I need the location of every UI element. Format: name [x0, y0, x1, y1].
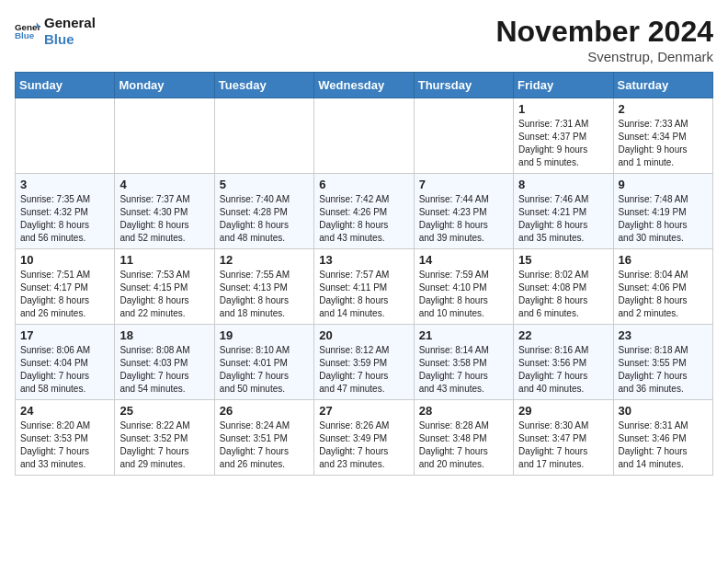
day-number: 27 [319, 404, 408, 418]
day-info: Sunrise: 8:30 AM Sunset: 3:47 PM Dayligh… [518, 419, 608, 471]
weekday-header: Saturday [613, 73, 712, 98]
day-number: 5 [220, 178, 309, 191]
day-info: Sunrise: 7:57 AM Sunset: 4:11 PM Dayligh… [319, 269, 408, 320]
logo-general: General [44, 15, 96, 30]
calendar-table: SundayMondayTuesdayWednesdayThursdayFrid… [15, 72, 713, 476]
day-info: Sunrise: 7:48 AM Sunset: 4:19 PM Dayligh… [619, 193, 708, 245]
calendar-week-row: 24Sunrise: 8:20 AM Sunset: 3:53 PM Dayli… [16, 400, 713, 476]
day-info: Sunrise: 8:02 AM Sunset: 4:08 PM Dayligh… [518, 269, 608, 320]
day-number: 16 [619, 253, 708, 267]
calendar-cell: 17Sunrise: 8:06 AM Sunset: 4:04 PM Dayli… [16, 325, 115, 400]
calendar-cell: 2Sunrise: 7:33 AM Sunset: 4:34 PM Daylig… [613, 98, 712, 174]
day-number: 25 [119, 404, 209, 418]
calendar-cell: 12Sunrise: 7:55 AM Sunset: 4:13 PM Dayli… [214, 249, 313, 325]
day-number: 21 [419, 328, 508, 342]
day-number: 14 [419, 253, 508, 267]
day-number: 28 [419, 404, 508, 418]
calendar-cell: 13Sunrise: 7:57 AM Sunset: 4:11 PM Dayli… [314, 249, 414, 325]
calendar-week-row: 1Sunrise: 7:31 AM Sunset: 4:37 PM Daylig… [16, 98, 713, 174]
day-info: Sunrise: 7:40 AM Sunset: 4:28 PM Dayligh… [220, 193, 309, 245]
day-number: 23 [619, 328, 708, 342]
calendar-cell [314, 98, 414, 174]
day-number: 18 [119, 328, 209, 342]
calendar-cell: 28Sunrise: 8:28 AM Sunset: 3:48 PM Dayli… [414, 400, 513, 476]
logo-blue: Blue [44, 31, 74, 47]
day-number: 4 [119, 178, 209, 191]
day-number: 20 [319, 328, 408, 342]
calendar-cell: 24Sunrise: 8:20 AM Sunset: 3:53 PM Dayli… [16, 400, 115, 476]
calendar-cell: 8Sunrise: 7:46 AM Sunset: 4:21 PM Daylig… [514, 174, 613, 249]
day-info: Sunrise: 7:46 AM Sunset: 4:21 PM Dayligh… [518, 193, 608, 245]
day-number: 19 [220, 328, 309, 342]
calendar-week-row: 17Sunrise: 8:06 AM Sunset: 4:04 PM Dayli… [16, 325, 713, 400]
calendar-cell: 16Sunrise: 8:04 AM Sunset: 4:06 PM Dayli… [613, 249, 712, 325]
calendar-cell [16, 98, 115, 174]
calendar-cell: 30Sunrise: 8:31 AM Sunset: 3:46 PM Dayli… [613, 400, 712, 476]
calendar-week-row: 10Sunrise: 7:51 AM Sunset: 4:17 PM Dayli… [16, 249, 713, 325]
day-info: Sunrise: 8:18 AM Sunset: 3:55 PM Dayligh… [619, 344, 708, 396]
day-info: Sunrise: 8:26 AM Sunset: 3:49 PM Dayligh… [319, 419, 408, 471]
weekday-header: Tuesday [214, 73, 313, 98]
day-number: 6 [319, 178, 408, 191]
day-number: 2 [619, 102, 708, 116]
logo-icon: General Blue [15, 18, 40, 44]
location-subtitle: Svenstrup, Denmark [495, 49, 713, 64]
calendar-cell: 15Sunrise: 8:02 AM Sunset: 4:08 PM Dayli… [514, 249, 613, 325]
day-info: Sunrise: 7:59 AM Sunset: 4:10 PM Dayligh… [419, 269, 508, 320]
day-number: 15 [518, 253, 608, 267]
calendar-cell: 7Sunrise: 7:44 AM Sunset: 4:23 PM Daylig… [414, 174, 513, 249]
day-info: Sunrise: 8:31 AM Sunset: 3:46 PM Dayligh… [619, 419, 708, 471]
calendar-cell [115, 98, 214, 174]
calendar-week-row: 3Sunrise: 7:35 AM Sunset: 4:32 PM Daylig… [16, 174, 713, 249]
weekday-header: Wednesday [314, 73, 414, 98]
day-number: 12 [220, 253, 309, 267]
day-info: Sunrise: 8:16 AM Sunset: 3:56 PM Dayligh… [518, 344, 608, 396]
day-info: Sunrise: 7:35 AM Sunset: 4:32 PM Dayligh… [20, 193, 109, 245]
calendar-cell: 25Sunrise: 8:22 AM Sunset: 3:52 PM Dayli… [115, 400, 214, 476]
day-number: 29 [518, 404, 608, 418]
day-number: 7 [419, 178, 508, 191]
day-number: 24 [20, 404, 109, 418]
weekday-header: Sunday [16, 73, 115, 98]
day-info: Sunrise: 8:06 AM Sunset: 4:04 PM Dayligh… [20, 344, 109, 396]
page-header: General Blue General Blue November 2024 … [15, 15, 713, 64]
calendar-cell: 10Sunrise: 7:51 AM Sunset: 4:17 PM Dayli… [16, 249, 115, 325]
calendar-cell: 23Sunrise: 8:18 AM Sunset: 3:55 PM Dayli… [613, 325, 712, 400]
weekday-header: Monday [115, 73, 214, 98]
day-info: Sunrise: 8:20 AM Sunset: 3:53 PM Dayligh… [20, 419, 109, 471]
day-info: Sunrise: 8:14 AM Sunset: 3:58 PM Dayligh… [419, 344, 508, 396]
day-number: 11 [119, 253, 209, 267]
day-info: Sunrise: 8:04 AM Sunset: 4:06 PM Dayligh… [619, 269, 708, 320]
day-number: 9 [619, 178, 708, 191]
day-number: 8 [518, 178, 608, 191]
calendar-cell: 27Sunrise: 8:26 AM Sunset: 3:49 PM Dayli… [314, 400, 414, 476]
day-info: Sunrise: 7:31 AM Sunset: 4:37 PM Dayligh… [518, 118, 608, 169]
day-info: Sunrise: 8:12 AM Sunset: 3:59 PM Dayligh… [319, 344, 408, 396]
day-number: 3 [20, 178, 109, 191]
day-number: 1 [518, 102, 608, 116]
day-info: Sunrise: 7:42 AM Sunset: 4:26 PM Dayligh… [319, 193, 408, 245]
day-number: 17 [20, 328, 109, 342]
day-number: 13 [319, 253, 408, 267]
day-number: 22 [518, 328, 608, 342]
day-number: 26 [220, 404, 309, 418]
calendar-cell: 20Sunrise: 8:12 AM Sunset: 3:59 PM Dayli… [314, 325, 414, 400]
day-info: Sunrise: 7:51 AM Sunset: 4:17 PM Dayligh… [20, 269, 109, 320]
calendar-cell: 11Sunrise: 7:53 AM Sunset: 4:15 PM Dayli… [115, 249, 214, 325]
day-info: Sunrise: 7:33 AM Sunset: 4:34 PM Dayligh… [619, 118, 708, 169]
svg-text:Blue: Blue [15, 30, 35, 40]
calendar-cell: 29Sunrise: 8:30 AM Sunset: 3:47 PM Dayli… [514, 400, 613, 476]
day-info: Sunrise: 8:10 AM Sunset: 4:01 PM Dayligh… [220, 344, 309, 396]
calendar-cell: 9Sunrise: 7:48 AM Sunset: 4:19 PM Daylig… [613, 174, 712, 249]
weekday-header: Thursday [414, 73, 513, 98]
day-info: Sunrise: 8:08 AM Sunset: 4:03 PM Dayligh… [119, 344, 209, 396]
weekday-header: Friday [514, 73, 613, 98]
logo: General Blue General Blue [15, 15, 96, 48]
month-title: November 2024 [495, 15, 713, 49]
calendar-cell [414, 98, 513, 174]
title-block: November 2024 Svenstrup, Denmark [495, 15, 713, 64]
calendar-cell [214, 98, 313, 174]
calendar-cell: 18Sunrise: 8:08 AM Sunset: 4:03 PM Dayli… [115, 325, 214, 400]
day-info: Sunrise: 8:22 AM Sunset: 3:52 PM Dayligh… [119, 419, 209, 471]
day-number: 10 [20, 253, 109, 267]
